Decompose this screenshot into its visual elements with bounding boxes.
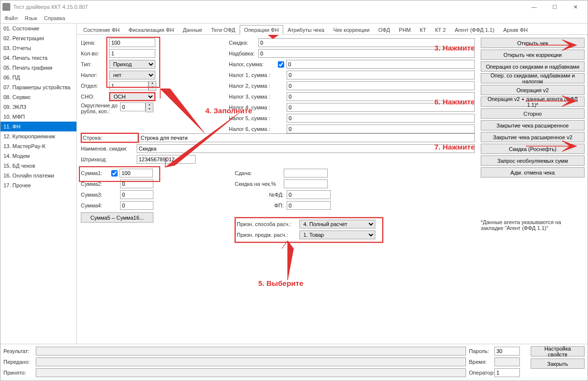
tab-12[interactable]: Архив ФН <box>499 25 532 34</box>
sidebar-item-2[interactable]: 03. Отчеты <box>0 43 76 53</box>
taxsum-input[interactable] <box>286 60 475 69</box>
round-input[interactable] <box>120 102 146 111</box>
tax6-input[interactable] <box>287 125 475 133</box>
tab-11[interactable]: Агент (ФФД 1.1) <box>450 25 499 34</box>
sidebar-item-15[interactable]: 16. Онлайн платежи <box>0 171 76 180</box>
sum-more-button[interactable]: Сумма5 – Сумма16... <box>81 212 153 223</box>
sum4-input[interactable] <box>120 201 153 210</box>
close-app-button[interactable]: Закрыть <box>531 358 585 369</box>
action-button-0[interactable]: Открыть чек <box>481 38 585 48</box>
sidebar-item-14[interactable]: 15. БД чеков <box>0 161 76 171</box>
maximize-button[interactable]: ☐ <box>544 0 565 13</box>
sidebar-item-7[interactable]: 08. Сервис <box>0 92 76 102</box>
sno-label: СНО: <box>81 94 109 100</box>
sidebar: 01. Состояние02. Регистрация03. Отчеты04… <box>0 24 77 344</box>
window-title: Тест драйвера ККТ 4.15.0.807 <box>13 4 524 10</box>
fd-input[interactable] <box>287 190 331 199</box>
tab-7[interactable]: ОФД <box>374 25 394 34</box>
statusbar: Результат: Передано: Принято: Пароль: Вр… <box>0 344 588 381</box>
sidebar-item-13[interactable]: 14. Модем <box>0 151 76 161</box>
change-input[interactable] <box>284 169 328 178</box>
result-field <box>36 347 466 356</box>
change-label: Сдача: <box>235 170 284 176</box>
sidebar-item-12[interactable]: 13. МастерPay-K <box>0 141 76 151</box>
tab-4[interactable]: Операции ФН <box>240 25 283 35</box>
calcmethod-select[interactable]: 4. Полный расчет <box>299 220 375 229</box>
time-field <box>494 357 520 366</box>
result-label: Результат: <box>3 348 36 354</box>
sidebar-item-4[interactable]: 05. Печать графики <box>0 63 76 73</box>
tab-2[interactable]: Данные <box>178 25 207 34</box>
action-button-7[interactable]: Закрытие чека расширенное <box>481 120 585 130</box>
tax3-label: Налог 3, сумма : <box>229 94 276 100</box>
tax1-label: Налог 1, сумма : <box>229 72 276 78</box>
oper-input[interactable] <box>494 368 520 377</box>
tab-1[interactable]: Фискализация ФН <box>124 25 178 34</box>
sidebar-item-16[interactable]: 17. Прочее <box>0 180 76 190</box>
tax4-input[interactable] <box>287 103 475 112</box>
perc-input[interactable] <box>284 179 328 188</box>
action-button-8[interactable]: Закрытие чека расширенное v2 <box>481 132 585 142</box>
sidebar-item-11[interactable]: 12. Купюроприемник <box>0 131 76 141</box>
action-button-1[interactable]: Открыть чек коррекции <box>481 50 585 60</box>
minimize-button[interactable]: — <box>524 0 544 13</box>
action-button-3[interactable]: Опер. со скидками, надбавками и налогом <box>481 73 585 83</box>
sidebar-item-8[interactable]: 09. ЭКЛЗ <box>0 102 76 112</box>
tax5-label: Налог 5, сумма : <box>229 115 276 121</box>
close-button[interactable]: ✕ <box>565 0 586 13</box>
sidebar-item-10[interactable]: 11. ФН <box>0 122 76 131</box>
barcode-input[interactable] <box>137 155 196 164</box>
fp-label: ФП: <box>235 203 287 208</box>
surcharge-input[interactable] <box>258 49 475 58</box>
sidebar-item-9[interactable]: 10. МФП <box>0 112 76 122</box>
discname-input[interactable] <box>137 144 475 153</box>
action-button-9[interactable]: Скидка (Роснефть) <box>481 144 585 154</box>
sum4-label: Сумма4: <box>81 203 109 208</box>
sno-select[interactable]: ОСН <box>109 92 155 101</box>
sidebar-item-1[interactable]: 02. Регистрация <box>0 33 76 43</box>
action-button-6[interactable]: Сторно <box>481 108 585 119</box>
action-button-5[interactable]: Операция v2 + данные агента (ФФД 1.1)* <box>481 97 585 107</box>
sent-field <box>36 357 466 366</box>
tab-10[interactable]: КТ 2 <box>431 25 450 34</box>
line-input[interactable] <box>139 133 475 142</box>
tab-5[interactable]: Атрибуты чека <box>283 25 329 34</box>
tab-3[interactable]: Теги ОФД <box>207 25 240 34</box>
menu-lang[interactable]: Язык <box>24 15 37 21</box>
fd-label: №ФД: <box>235 192 287 198</box>
round-label: Округление до рубля, коп.: <box>81 102 120 114</box>
taxsum-label: Налог, сумма: <box>229 61 276 67</box>
menubar: Файл Язык Справка <box>0 13 588 23</box>
pass-input[interactable] <box>494 347 520 356</box>
fp-input[interactable] <box>287 201 331 210</box>
menu-file[interactable]: Файл <box>4 15 18 21</box>
sum3-input[interactable] <box>120 190 153 199</box>
sidebar-item-6[interactable]: 07. Параметры устройства <box>0 82 76 92</box>
tax2-input[interactable] <box>287 81 475 90</box>
taxsum-checkbox[interactable] <box>278 61 284 68</box>
tab-8[interactable]: РНМ <box>394 25 415 34</box>
tax1-input[interactable] <box>287 71 475 79</box>
action-button-4[interactable]: Операция v2 <box>481 85 585 95</box>
menu-help[interactable]: Справка <box>44 15 65 21</box>
settings-button[interactable]: Настройка свойств <box>531 346 585 356</box>
sidebar-item-0[interactable]: 01. Состояние <box>0 24 76 33</box>
action-button-10[interactable]: Запрос необнуляемых сумм <box>481 155 585 166</box>
recv-label: Принято: <box>3 370 36 376</box>
tab-6[interactable]: Чек коррекции <box>329 25 374 34</box>
tab-0[interactable]: Состояние ФН <box>79 25 124 34</box>
tab-9[interactable]: КТ <box>416 25 431 34</box>
sidebar-item-5[interactable]: 06. ПД <box>0 73 76 82</box>
sidebar-item-3[interactable]: 04. Печать текста <box>0 53 76 63</box>
action-button-2[interactable]: Операция со скидками и надбавками <box>481 61 585 72</box>
tax-label: Налог: <box>81 72 109 78</box>
action-button-11[interactable]: Адм. отмена чека <box>481 167 585 178</box>
tax5-input[interactable] <box>287 114 475 123</box>
tax3-input[interactable] <box>287 92 475 101</box>
highlight-box-left <box>106 37 160 88</box>
recv-field <box>36 368 466 377</box>
discount-input[interactable] <box>258 38 475 47</box>
calcsubj-select[interactable]: 1. Товар <box>299 230 375 239</box>
highlight-box-sum1 <box>79 166 160 182</box>
round-spinner[interactable]: ▲▼ <box>146 102 153 112</box>
